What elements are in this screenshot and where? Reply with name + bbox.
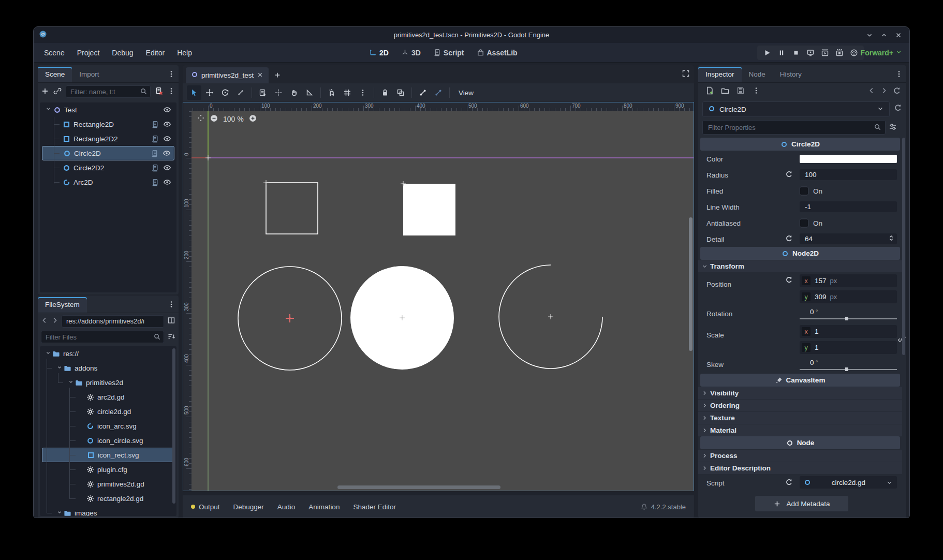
section-editor-description[interactable]: Editor Description: [698, 462, 902, 474]
detach-script-icon[interactable]: [155, 87, 163, 95]
inspector-scrollbar[interactable]: [902, 138, 905, 355]
canvas-vertical-scrollbar[interactable]: [689, 217, 692, 351]
add-metadata-button[interactable]: Add Metadata: [755, 496, 848, 511]
history-forward-icon[interactable]: [880, 87, 888, 94]
nav-back-icon[interactable]: [41, 317, 48, 326]
history-back-icon[interactable]: [868, 87, 875, 94]
detach-script-button[interactable]: [155, 87, 163, 97]
add-node-button[interactable]: [41, 87, 49, 97]
section-transform[interactable]: Transform: [698, 260, 902, 272]
distraction-free-icon[interactable]: [682, 69, 690, 78]
vector-field-y[interactable]: y1: [800, 341, 897, 354]
tool-snap-options-button[interactable]: [356, 85, 370, 100]
dock-menu-icon[interactable]: [895, 70, 903, 80]
filesystem-dock-menu-icon[interactable]: [167, 300, 175, 310]
section-process[interactable]: Process: [698, 449, 902, 462]
zoom-out-button[interactable]: [210, 114, 218, 124]
file-row[interactable]: plugin.cfg: [42, 462, 174, 477]
new-resource-icon[interactable]: [705, 86, 714, 95]
object-history-icon[interactable]: [893, 86, 901, 95]
zoom-in-icon[interactable]: [249, 114, 257, 122]
revert-icon[interactable]: [785, 170, 793, 178]
filesystem-path-input[interactable]: [62, 315, 164, 328]
attached-script-icon[interactable]: [151, 179, 159, 186]
tool-select-button[interactable]: [187, 85, 201, 100]
switch-3d[interactable]: 3D: [397, 47, 425, 59]
play-button[interactable]: [760, 47, 774, 58]
expander-icon[interactable]: [56, 364, 63, 371]
visibility-eye-icon[interactable]: [163, 164, 171, 172]
rectangle2d-shape[interactable]: [266, 183, 318, 234]
split-view-icon[interactable]: [167, 316, 175, 325]
load-resource-icon[interactable]: [721, 86, 729, 96]
tab-filesystem[interactable]: FileSystem: [38, 297, 87, 313]
stop-button[interactable]: [789, 47, 803, 58]
scene-tab-import[interactable]: Import: [72, 67, 106, 82]
file-sort-icon[interactable]: [167, 332, 175, 342]
tool-list-select-button[interactable]: [256, 85, 270, 100]
dock-menu-icon[interactable]: [167, 300, 175, 308]
section-texture[interactable]: Texture: [698, 411, 902, 424]
plus-icon[interactable]: [274, 71, 281, 79]
switch-assetlib[interactable]: AssetLib: [473, 47, 522, 59]
slider-track[interactable]: [800, 318, 897, 319]
nav-forward-icon[interactable]: [51, 317, 58, 324]
tool-skeleton-button[interactable]: [416, 85, 430, 100]
inspector-tab-inspector[interactable]: Inspector: [698, 67, 742, 82]
save-resource-icon[interactable]: [736, 86, 745, 96]
new-scene-tab-button[interactable]: [274, 71, 281, 80]
value-field[interactable]: 100: [800, 169, 897, 180]
bottom-panel-audio[interactable]: Audio: [277, 503, 296, 511]
expander-icon[interactable]: [45, 350, 51, 356]
tool-smart-snap-button[interactable]: [325, 85, 339, 100]
play-scene-button[interactable]: [818, 47, 832, 58]
distraction-free-icon[interactable]: [682, 69, 690, 79]
script-value-field[interactable]: circle2d.gd: [800, 476, 897, 489]
checkbox[interactable]: [800, 218, 808, 227]
bottom-panel-debugger[interactable]: Debugger: [233, 503, 264, 511]
file-row[interactable]: rectangle2d.gd: [42, 491, 174, 506]
resource-options-icon[interactable]: [752, 86, 760, 95]
file-row[interactable]: images: [42, 506, 174, 516]
switch-script[interactable]: Script: [429, 47, 468, 59]
file-row[interactable]: icon_circle.svg: [42, 433, 174, 448]
visibility-eye-icon[interactable]: [163, 135, 171, 143]
2d-viewport-canvas[interactable]: 100 %: [191, 111, 694, 491]
center-view-icon[interactable]: [197, 114, 205, 124]
view-menu-button[interactable]: View: [453, 86, 479, 99]
bottom-panel-animation[interactable]: Animation: [308, 503, 340, 511]
revert-icon[interactable]: [785, 276, 793, 284]
file-sort-icon[interactable]: [167, 332, 175, 341]
titlebar[interactable]: primitives2d_test.tscn - Primitives2D - …: [34, 27, 909, 43]
scene-tree-row[interactable]: Rectangle2D2: [42, 131, 174, 146]
new-resource-icon[interactable]: [705, 86, 714, 96]
window-maximize-icon[interactable]: [880, 32, 888, 39]
filesystem-scrollbar[interactable]: [172, 348, 175, 504]
scene-tree-row[interactable]: Test: [42, 102, 174, 117]
scene-tree-row[interactable]: Arc2D: [42, 175, 174, 189]
scene-tab[interactable]: primitives2d_test: [186, 67, 269, 83]
attached-script-icon[interactable]: [151, 164, 159, 172]
attached-script-icon[interactable]: [151, 150, 158, 157]
object-options-icon[interactable]: [894, 104, 902, 112]
close-icon[interactable]: [257, 71, 263, 80]
revert-icon[interactable]: [785, 478, 793, 486]
bottom-panel-shader-editor[interactable]: Shader Editor: [353, 503, 396, 511]
slider-grabber[interactable]: [845, 317, 848, 320]
dock-menu-icon[interactable]: [167, 70, 175, 80]
tool-grid-snap-button[interactable]: [340, 85, 355, 100]
center-view-icon[interactable]: [197, 114, 205, 122]
file-row[interactable]: addons: [42, 361, 174, 375]
canvas-drawing[interactable]: [191, 111, 694, 491]
play-custom-scene-button[interactable]: [833, 47, 846, 58]
scene-filter-input[interactable]: [66, 85, 151, 98]
visibility-eye-icon[interactable]: [163, 178, 171, 186]
tool-rotate-button[interactable]: [218, 85, 232, 100]
play-remote-button[interactable]: [804, 47, 817, 58]
add-node-icon[interactable]: [41, 87, 49, 95]
window-close-icon[interactable]: [895, 32, 902, 39]
canvas-horizontal-scrollbar[interactable]: [337, 485, 500, 489]
window-close-button[interactable]: [894, 31, 903, 40]
nav-forward-icon[interactable]: [51, 317, 58, 326]
file-row[interactable]: arc2d.gd: [42, 390, 174, 404]
